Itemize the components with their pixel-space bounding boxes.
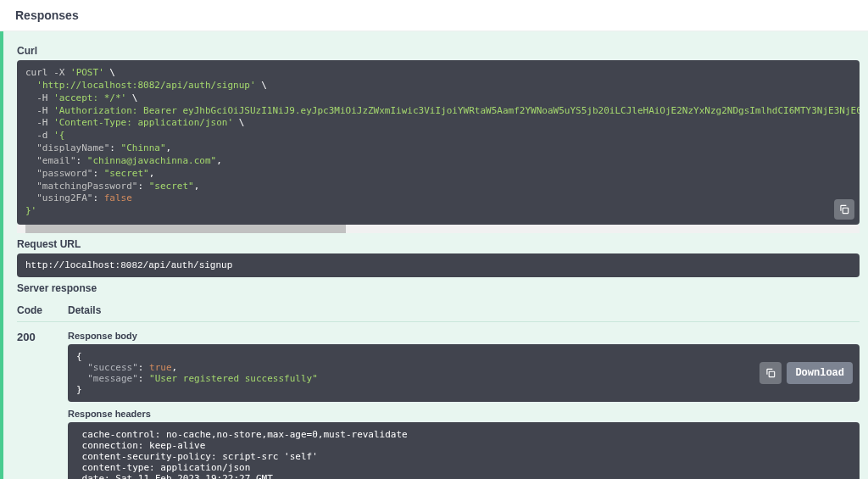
- copy-curl-icon[interactable]: [834, 199, 854, 220]
- details-cell: Response body { "success": true, "messag…: [68, 331, 860, 479]
- scrollbar-thumb[interactable]: [25, 225, 346, 233]
- response-headers-block: cache-control: no-cache,no-store,max-age…: [68, 422, 860, 479]
- response-headers-pre[interactable]: cache-control: no-cache,no-store,max-age…: [68, 422, 860, 479]
- copy-response-icon[interactable]: [760, 362, 782, 384]
- col-code-header: Code: [17, 304, 68, 316]
- responses-header: Responses: [0, 0, 868, 31]
- curl-block: curl -X 'POST' \ 'http://localhost:8082/…: [17, 60, 860, 225]
- status-code: 200: [17, 331, 68, 479]
- request-url-text[interactable]: http://localhost:8082/api/auth/signup: [25, 260, 232, 270]
- swagger-response-panel: Responses Curl curl -X 'POST' \ 'http://…: [0, 0, 868, 479]
- curl-horizontal-scrollbar[interactable]: [17, 225, 860, 233]
- responses-title: Responses: [15, 8, 79, 22]
- svg-rect-0: [843, 208, 848, 213]
- response-body-label: Response body: [68, 331, 860, 344]
- svg-rect-1: [770, 371, 775, 376]
- response-body-pre[interactable]: { "success": true, "message": "User regi…: [68, 344, 860, 402]
- col-details-header: Details: [68, 304, 860, 316]
- curl-pre[interactable]: curl -X 'POST' \ 'http://localhost:8082/…: [17, 60, 860, 225]
- response-headers-label: Response headers: [68, 409, 860, 422]
- response-body-actions: Download: [760, 362, 853, 384]
- curl-label: Curl: [17, 40, 868, 60]
- request-url-block: http://localhost:8082/api/auth/signup: [17, 253, 860, 277]
- response-content: Curl curl -X 'POST' \ 'http://localhost:…: [0, 31, 868, 479]
- download-button[interactable]: Download: [787, 362, 853, 384]
- request-url-label: Request URL: [17, 233, 868, 253]
- response-table: Code Details 200 Response body { "succes…: [17, 298, 860, 479]
- response-body-block: { "success": true, "message": "User regi…: [68, 344, 860, 402]
- response-row: 200 Response body { "success": true, "me…: [17, 322, 860, 479]
- response-table-head: Code Details: [17, 298, 860, 322]
- server-response-label: Server response: [17, 277, 868, 298]
